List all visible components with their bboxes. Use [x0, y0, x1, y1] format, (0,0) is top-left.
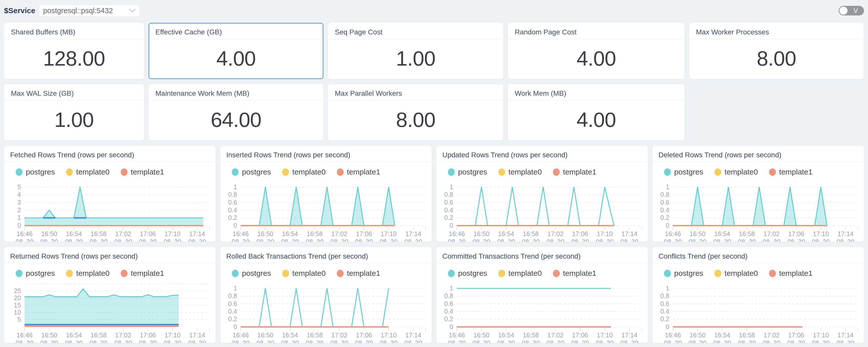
stat-card-body: 8.00	[690, 39, 863, 78]
legend-item[interactable]: template1	[769, 269, 813, 278]
view-toggle[interactable]: V	[839, 6, 864, 16]
legend-item[interactable]: template1	[337, 269, 380, 278]
svg-text:08–30: 08–30	[763, 339, 781, 343]
legend-item[interactable]: postgres	[232, 168, 271, 176]
svg-text:17:02: 17:02	[331, 331, 347, 339]
svg-text:0: 0	[666, 222, 669, 229]
svg-text:0.2: 0.2	[228, 214, 237, 221]
svg-text:1: 1	[234, 285, 237, 292]
stat-card[interactable]: Effective Cache (GB) 4.00	[149, 23, 323, 79]
chart-panel-header: Updated Rows Trend (rows per second)	[436, 146, 648, 162]
legend-item[interactable]: template1	[121, 168, 164, 176]
svg-text:08–30: 08–30	[713, 238, 731, 242]
svg-text:16:46: 16:46	[232, 331, 249, 339]
stat-card[interactable]: Maintenance Work Mem (MB) 64.00	[149, 84, 323, 140]
stat-card[interactable]: Max Parallel Workers 8.00	[328, 84, 503, 140]
stat-card-title: Max WAL Size (GB)	[11, 89, 74, 97]
chart-canvas[interactable]: 00.20.40.60.8116:4608–3016:5008–3016:540…	[652, 177, 864, 242]
svg-text:08–30: 08–30	[596, 339, 614, 343]
legend-item[interactable]: template0	[498, 269, 542, 278]
chart-canvas[interactable]: 00.20.40.60.8116:4608–3016:5008–3016:540…	[220, 278, 432, 343]
svg-text:0: 0	[450, 222, 453, 229]
svg-text:16:54: 16:54	[282, 230, 298, 237]
legend-item[interactable]: postgres	[232, 269, 271, 278]
stat-card[interactable]: Seq Page Cost 1.00	[328, 23, 503, 79]
topbar: $Service postgresql::psql:5432 V	[0, 0, 868, 18]
legend-item[interactable]: template1	[337, 168, 380, 176]
legend-item[interactable]: template1	[553, 168, 596, 176]
chart-legend: postgres template0 template1	[4, 263, 216, 278]
svg-text:0.6: 0.6	[660, 199, 669, 206]
legend-dot-icon	[232, 270, 239, 277]
svg-text:08–30: 08–30	[232, 238, 250, 242]
legend-item[interactable]: template0	[714, 168, 758, 176]
svg-text:0.6: 0.6	[228, 199, 237, 206]
service-select[interactable]: postgresql::psql:5432	[39, 5, 140, 17]
legend-item[interactable]: template1	[121, 269, 164, 278]
svg-text:17:14: 17:14	[621, 230, 637, 237]
svg-text:1: 1	[666, 285, 669, 292]
legend-item[interactable]: postgres	[16, 168, 55, 176]
svg-text:16:46: 16:46	[449, 230, 465, 237]
svg-text:16:58: 16:58	[307, 331, 323, 339]
chart-panel: Returned Rows Trend (rows per second) po…	[4, 247, 216, 343]
legend-item[interactable]: template1	[769, 168, 813, 176]
svg-text:08–30: 08–30	[188, 339, 206, 343]
legend-item[interactable]: template0	[66, 168, 110, 176]
chart-panel-header: Deleted Rows Trend (rows per second)	[652, 146, 864, 162]
stat-card[interactable]: Max WAL Size (GB) 1.00	[4, 84, 144, 140]
legend-label: postgres	[458, 269, 487, 278]
legend-item[interactable]: postgres	[664, 168, 703, 176]
svg-text:1: 1	[18, 214, 21, 221]
legend-item[interactable]: template0	[282, 168, 326, 176]
svg-text:0.6: 0.6	[444, 199, 453, 206]
stat-card-header: Max WAL Size (GB)	[5, 85, 143, 100]
chart-canvas[interactable]: 00.20.40.60.8116:4608–3016:5008–3016:540…	[220, 177, 432, 242]
legend-item[interactable]: postgres	[664, 269, 703, 278]
chart-legend: postgres template0 template1	[220, 162, 432, 177]
svg-text:0.2: 0.2	[660, 214, 669, 221]
legend-item[interactable]: postgres	[16, 269, 55, 278]
legend-item[interactable]: template0	[282, 269, 326, 278]
svg-text:08–30: 08–30	[787, 339, 805, 343]
stat-card-body: 4.00	[149, 39, 323, 78]
chart-panel: Inserted Rows Trend (rows per second) po…	[220, 146, 432, 242]
stat-card[interactable]: Max Worker Processes 8.00	[689, 23, 864, 79]
svg-text:16:58: 16:58	[739, 230, 755, 237]
chart-panel-header: Returned Rows Trend (rows per second)	[4, 247, 216, 263]
chart-canvas[interactable]: 00.20.40.60.8116:4608–3016:5008–3016:540…	[436, 177, 648, 242]
legend-item[interactable]: template1	[553, 269, 596, 278]
stat-card[interactable]: Work Mem (MB) 4.00	[508, 84, 685, 140]
legend-item[interactable]: postgres	[448, 269, 487, 278]
legend-label: template1	[563, 168, 596, 176]
service-select-value: postgresql::psql:5432	[43, 7, 113, 15]
svg-text:08–30: 08–30	[837, 238, 855, 242]
chart-canvas[interactable]: 00.20.40.60.8116:4608–3016:5008–3016:540…	[436, 278, 648, 343]
svg-text:17:10: 17:10	[381, 331, 397, 339]
stat-row-2: Max WAL Size (GB) 1.00 Maintenance Work …	[4, 84, 864, 140]
legend-item[interactable]: postgres	[448, 168, 487, 176]
chart-panel: Rolled Back Transactions Trend (per seco…	[220, 247, 432, 343]
chart-legend: postgres template0 template1	[436, 162, 648, 177]
chart-canvas[interactable]: 00.20.40.60.8116:4608–3016:5008–3016:540…	[652, 278, 864, 343]
legend-label: template1	[347, 269, 380, 278]
svg-text:17:10: 17:10	[164, 230, 180, 237]
svg-text:08–30: 08–30	[380, 238, 398, 242]
legend-label: template1	[779, 269, 813, 278]
svg-text:0.4: 0.4	[660, 308, 669, 315]
svg-text:17:10: 17:10	[813, 331, 829, 339]
stat-card[interactable]: Random Page Cost 4.00	[508, 23, 685, 79]
svg-text:08–30: 08–30	[621, 339, 639, 343]
legend-item[interactable]: template0	[66, 269, 110, 278]
chart-canvas[interactable]: 01234516:4608–3016:5008–3016:5408–3016:5…	[4, 177, 216, 242]
legend-label: template1	[563, 269, 596, 278]
svg-text:08–30: 08–30	[664, 238, 682, 242]
stat-card-title: Work Mem (MB)	[515, 89, 566, 97]
chart-canvas[interactable]: 51015202516:4608–3016:5008–3016:5408–301…	[4, 278, 216, 343]
svg-text:1: 1	[666, 183, 669, 191]
svg-text:08–30: 08–30	[331, 238, 348, 242]
legend-item[interactable]: template0	[714, 269, 758, 278]
stat-card[interactable]: Shared Buffers (MB) 128.00	[4, 23, 144, 79]
stat-row-1: Shared Buffers (MB) 128.00 Effective Cac…	[4, 23, 864, 79]
legend-item[interactable]: template0	[498, 168, 542, 176]
